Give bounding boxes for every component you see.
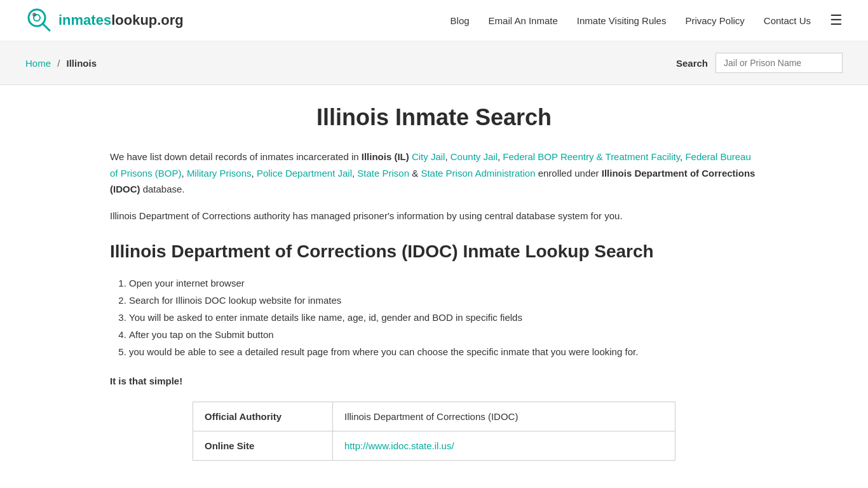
- search-label: Search: [676, 58, 708, 69]
- table-row: Online Site http://www.idoc.state.il.us/: [193, 431, 675, 461]
- svg-point-3: [32, 13, 36, 17]
- nav-visiting-rules[interactable]: Inmate Visiting Rules: [577, 15, 667, 26]
- logo-icon: [25, 6, 53, 34]
- logo-text-end: lookup.org: [111, 12, 184, 28]
- main-nav: Blog Email An Inmate Inmate Visiting Rul…: [451, 12, 843, 29]
- link-state-prison-admin[interactable]: State Prison Administration: [421, 168, 535, 179]
- breadcrumb-current: Illinois: [67, 58, 97, 69]
- link-federal-bop-reentry[interactable]: Federal BOP Reentry & Treatment Facility: [503, 151, 680, 162]
- link-city-jail[interactable]: City Jail: [412, 151, 445, 162]
- table-label-official: Official Authority: [193, 402, 333, 431]
- nav-email-inmate[interactable]: Email An Inmate: [489, 15, 558, 26]
- table-value-official: Illinois Department of Corrections (IDOC…: [333, 402, 675, 431]
- logo-text: inmateslookup.org: [58, 12, 184, 29]
- intro-paragraph: We have list down detail records of inma…: [110, 149, 758, 198]
- intro-end: database.: [140, 184, 185, 194]
- steps-list: Open your internet browser Search for Il…: [110, 274, 758, 360]
- link-police-jail[interactable]: Police Department Jail: [257, 168, 352, 179]
- table-row: Official Authority Illinois Department o…: [193, 402, 675, 431]
- hamburger-icon[interactable]: ☰: [830, 12, 843, 29]
- info-table-wrapper: Official Authority Illinois Department o…: [110, 402, 758, 461]
- nav-privacy-policy[interactable]: Privacy Policy: [685, 15, 744, 26]
- logo-text-start: inmates: [58, 12, 111, 28]
- breadcrumb-bar: Home / Illinois Search: [0, 41, 868, 85]
- breadcrumb-separator: /: [57, 58, 60, 69]
- link-military-prisons[interactable]: Military Prisons: [187, 168, 252, 179]
- info-table: Official Authority Illinois Department o…: [193, 402, 675, 461]
- nav-blog[interactable]: Blog: [451, 15, 470, 26]
- breadcrumb-home[interactable]: Home: [25, 58, 51, 69]
- intro-state-bold: Illinois (IL): [362, 151, 409, 162]
- step-1: Open your internet browser: [129, 274, 758, 292]
- description-text: Illinois Department of Corrections autho…: [110, 208, 758, 224]
- intro-prefix: We have list down detail records of inma…: [110, 151, 362, 162]
- step-5: you would be able to see a detailed resu…: [129, 343, 758, 360]
- search-input[interactable]: [715, 53, 843, 73]
- step-3: You will be asked to enter inmate detail…: [129, 309, 758, 326]
- nav-contact-us[interactable]: Contact Us: [764, 15, 811, 26]
- link-county-jail[interactable]: County Jail: [451, 151, 498, 162]
- step-4: After you tap on the Submit button: [129, 326, 758, 343]
- breadcrumb: Home / Illinois: [25, 58, 97, 69]
- search-area: Search: [676, 53, 843, 73]
- simple-text: It is that simple!: [110, 376, 758, 386]
- svg-line-2: [43, 24, 50, 30]
- table-label-online: Online Site: [193, 431, 333, 461]
- site-header: inmateslookup.org Blog Email An Inmate I…: [0, 0, 868, 41]
- online-site-link[interactable]: http://www.idoc.state.il.us/: [344, 440, 454, 451]
- link-state-prison[interactable]: State Prison: [357, 168, 409, 179]
- logo[interactable]: inmateslookup.org: [25, 6, 184, 34]
- page-title: Illinois Inmate Search: [110, 104, 758, 131]
- step-2: Search for Illinois DOC lookup website f…: [129, 292, 758, 309]
- table-value-online: http://www.idoc.state.il.us/: [333, 431, 675, 461]
- main-content: Illinois Inmate Search We have list down…: [85, 85, 783, 488]
- section-title: Illinois Department of Corrections (IDOC…: [110, 241, 758, 262]
